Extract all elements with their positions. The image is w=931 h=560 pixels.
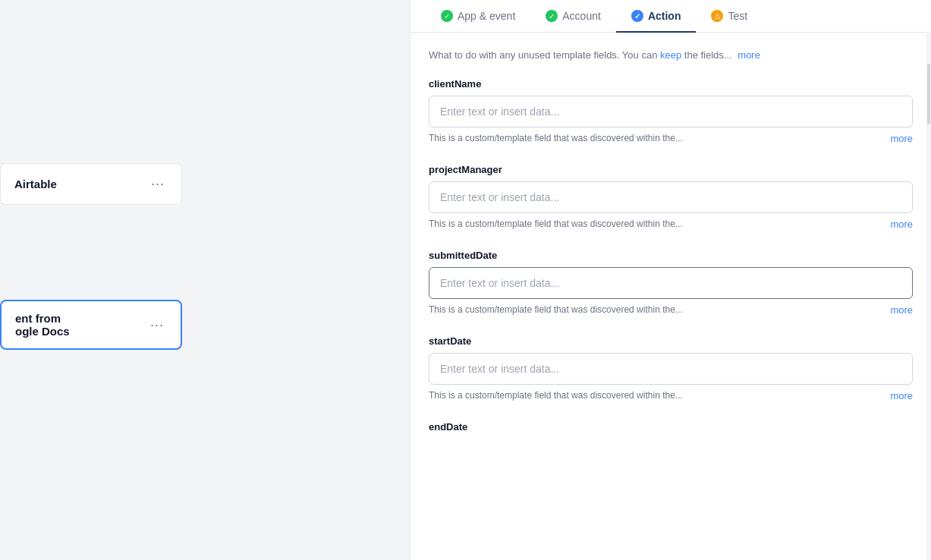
clientname-description: This is a custom/template field that was… bbox=[429, 132, 913, 146]
action-check-icon: ✓ bbox=[631, 10, 643, 22]
content-area: What to do with any unused template fiel… bbox=[410, 33, 931, 560]
test-warn-icon: ⚠ bbox=[711, 10, 723, 22]
projectmanager-input[interactable] bbox=[429, 181, 913, 213]
tab-app-event[interactable]: ✓ App & event bbox=[426, 1, 530, 33]
google-docs-node-card[interactable]: ent from ogle Docs ··· bbox=[0, 300, 182, 350]
airtable-node-title: Airtable bbox=[14, 178, 57, 190]
projectmanager-label: projectManager bbox=[429, 164, 913, 175]
description-suffix: the fields... bbox=[681, 49, 731, 61]
startdate-description: This is a custom/template field that was… bbox=[429, 389, 913, 403]
submitteddate-desc-text: This is a custom/template field that was… bbox=[429, 304, 683, 316]
tab-test[interactable]: ⚠ Test bbox=[696, 1, 763, 33]
startdate-field-section: startDate This is a custom/template fiel… bbox=[429, 335, 913, 403]
description-prefix: What to do with any unused template fiel… bbox=[429, 49, 660, 61]
tab-account-label: Account bbox=[562, 10, 601, 22]
projectmanager-field-section: projectManager This is a custom/template… bbox=[429, 164, 913, 231]
tab-account[interactable]: ✓ Account bbox=[530, 1, 616, 33]
startdate-desc-text: This is a custom/template field that was… bbox=[429, 389, 683, 402]
left-panel: Airtable ··· ent from ogle Docs ··· bbox=[0, 0, 410, 560]
airtable-dots-button[interactable]: ··· bbox=[148, 175, 168, 193]
projectmanager-more-link[interactable]: more bbox=[890, 218, 913, 231]
right-panel: ✓ App & event ✓ Account ✓ Action ⚠ Test … bbox=[410, 0, 931, 560]
account-check-icon: ✓ bbox=[546, 10, 558, 22]
startdate-more-link[interactable]: more bbox=[890, 389, 913, 403]
clientname-input[interactable] bbox=[429, 96, 913, 127]
submitteddate-more-link[interactable]: more bbox=[890, 304, 913, 317]
clientname-more-link[interactable]: more bbox=[890, 132, 913, 146]
startdate-label: startDate bbox=[429, 335, 913, 347]
clientname-field-section: clientName This is a custom/template fie… bbox=[429, 78, 913, 146]
description-more-link[interactable]: more bbox=[738, 49, 760, 61]
scrollbar-track[interactable] bbox=[926, 33, 931, 560]
submitteddate-input[interactable] bbox=[429, 267, 913, 299]
submitteddate-description: This is a custom/template field that was… bbox=[429, 304, 913, 317]
tab-action-label: Action bbox=[648, 10, 681, 22]
clientname-label: clientName bbox=[429, 78, 913, 90]
airtable-node-card[interactable]: Airtable ··· bbox=[0, 163, 182, 205]
description-text: What to do with any unused template fiel… bbox=[429, 48, 913, 63]
projectmanager-description: This is a custom/template field that was… bbox=[429, 218, 913, 231]
enddate-label: endDate bbox=[429, 421, 913, 433]
tab-test-label: Test bbox=[728, 10, 747, 22]
startdate-input[interactable] bbox=[429, 353, 913, 385]
keep-link[interactable]: keep bbox=[660, 49, 681, 61]
app-event-check-icon: ✓ bbox=[441, 10, 453, 22]
scrollbar-thumb[interactable] bbox=[927, 64, 930, 124]
google-docs-node-title: ent from ogle Docs bbox=[15, 312, 70, 338]
google-docs-dots-button[interactable]: ··· bbox=[147, 316, 167, 335]
tab-action[interactable]: ✓ Action bbox=[616, 1, 697, 33]
enddate-field-section: endDate bbox=[429, 421, 913, 433]
submitteddate-label: submittedDate bbox=[429, 250, 913, 261]
projectmanager-desc-text: This is a custom/template field that was… bbox=[429, 218, 683, 231]
submitteddate-field-section: submittedDate This is a custom/template … bbox=[429, 250, 913, 317]
clientname-desc-text: This is a custom/template field that was… bbox=[429, 132, 683, 145]
tab-app-event-label: App & event bbox=[458, 10, 515, 22]
tab-bar: ✓ App & event ✓ Account ✓ Action ⚠ Test bbox=[410, 0, 931, 33]
